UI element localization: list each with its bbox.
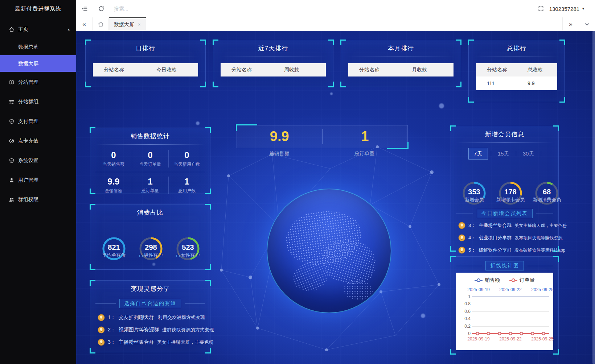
y-label: 0	[468, 331, 471, 336]
legend-item-sales[interactable]: 销售额	[475, 277, 500, 284]
columns-icon	[9, 79, 15, 85]
list-item: 5：破解软件分享群 发布破解软件等黑科技app	[458, 247, 553, 254]
chart-legend: 销售额 订单量	[456, 273, 553, 284]
ring-value: 68	[535, 188, 559, 196]
y-label: 0.2	[464, 324, 471, 329]
legend-orders-marker	[509, 280, 517, 281]
ring-new-paying-members: 68 新增消费会员	[535, 181, 559, 205]
total-orders-value: 1	[323, 125, 408, 148]
panel-sales-stats: 销售数据统计 0 当天销售额 0 当天订单量 0 当天新用户数 9.9	[90, 128, 210, 194]
item-name: 主播粉丝集合群	[119, 339, 154, 346]
data-point	[498, 332, 501, 335]
bulb-icon	[98, 314, 105, 321]
ring-label: 新增消费会员	[526, 197, 567, 203]
fullscreen-icon[interactable]	[533, 0, 549, 17]
total-orders-label: 总订单量	[322, 150, 407, 157]
user-icon	[9, 177, 15, 183]
y-label: 1	[468, 294, 471, 299]
sidebar-item-label: 支付管理	[18, 118, 38, 125]
ring-label: 平均单客价	[93, 252, 135, 258]
shield-check-icon	[9, 119, 15, 124]
x-tick-top: 2025-09-19	[467, 287, 489, 292]
top-header: 1302357281 ▼	[76, 0, 595, 18]
legend-item-orders[interactable]: 订单量	[509, 277, 535, 284]
sidebar-item-substation-mgmt[interactable]: 分站管理	[0, 73, 76, 91]
y-label: 0.4	[464, 316, 471, 321]
ring-value: 821	[102, 243, 126, 252]
ring-label: 占女性客户	[167, 252, 209, 258]
sidebar-item-substation-groups[interactable]: 分站群组	[0, 93, 76, 111]
tab-data-screen[interactable]: 数据大屏 ×	[109, 17, 146, 31]
ring-value: 523	[176, 243, 200, 252]
search-input[interactable]	[113, 5, 180, 12]
ring-male-ratio: 298 占男性客户	[139, 237, 163, 261]
total-sales-label: 总销售额	[237, 150, 322, 157]
item-desc: 进群获取资源的方式变现	[162, 327, 214, 333]
list-item: 4：创业项目分享群 发布项目变现等赚钱资源	[458, 234, 553, 241]
sidebar: 最新付费进群系统 主页 ▲ 数据总览 数据大屏 分站管理 分站群组	[0, 0, 76, 364]
item-name: 创业项目分享群	[479, 235, 512, 241]
sidebar-item-system-settings[interactable]: 系统设置	[0, 152, 76, 170]
sidebar-item-user-mgmt[interactable]: 用户管理	[0, 171, 76, 189]
collapse-sidebar-icon[interactable]	[76, 0, 93, 17]
sidebar-item-home[interactable]: 主页 ▲	[0, 20, 76, 38]
summary-bar: 9.9 1	[237, 125, 408, 148]
ring-new-card-members: 178 新增领卡会员	[498, 181, 522, 205]
y-label: 0.6	[464, 309, 471, 314]
circle-check-icon	[9, 138, 15, 144]
ring-new-members: 353 新增会员	[462, 181, 486, 205]
home-tab-icon[interactable]	[93, 17, 109, 31]
item-desc: 利用交友进群方式变现	[158, 314, 205, 321]
sidebar-item-label: 分站群组	[18, 99, 38, 105]
ring-label: 新增会员	[454, 197, 495, 203]
app-title: 最新付费进群系统	[0, 0, 76, 17]
sidebar-item-data-screen[interactable]: 数据大屏	[0, 55, 76, 72]
sidebar-item-card-recharge[interactable]: 点卡充值	[0, 132, 76, 150]
bulb-icon	[458, 247, 465, 254]
dashboard-scrollbar[interactable]	[592, 31, 595, 364]
sidebar-item-payment-mgmt[interactable]: 支付管理	[0, 112, 76, 131]
tabs-scroll-right-icon[interactable]: »	[562, 17, 579, 31]
item-name: 主播粉丝集合群	[479, 222, 512, 229]
bulb-icon	[458, 222, 465, 229]
inspiration-badge: 选择自己合适的赛道	[119, 299, 181, 308]
item-index: 3：	[108, 339, 116, 346]
data-point	[542, 332, 545, 335]
panel-total-ranking: 总排行 分站名称 总收款 111 9.9	[468, 40, 565, 102]
panel-line-chart: 折线统计图 销售额 订单量 2025-09-19 2025-09-22 2025…	[451, 256, 559, 354]
data-point	[476, 332, 479, 335]
sidebar-item-label: 系统设置	[18, 157, 38, 164]
ring-value: 298	[139, 243, 163, 252]
sidebar-item-label: 用户管理	[18, 177, 38, 183]
tabs-scroll-left-icon[interactable]: «	[76, 17, 93, 31]
x-tick-bottom: 2025-09-25	[531, 336, 553, 342]
shield-check-icon	[9, 158, 15, 164]
users-icon	[9, 197, 15, 203]
line-chart: 销售额 订单量 2025-09-19 2025-09-22 2025-09-25…	[456, 273, 553, 350]
bulb-icon	[98, 339, 105, 346]
item-index: 3：	[468, 222, 476, 229]
sidebar-item-data-overview[interactable]: 数据总览	[0, 38, 76, 55]
legend-label: 订单量	[520, 277, 535, 284]
item-index: 1：	[108, 314, 116, 321]
user-menu[interactable]: 1302357281 ▼	[549, 6, 585, 12]
y-label: 0.8	[464, 301, 471, 306]
home-icon	[9, 26, 15, 32]
list-item: 3：主播粉丝集合群 美女主播聊天群，主要色粉	[458, 222, 553, 229]
panel-consumption-ratio: 消费占比 821 平均单客价 298 占男性客户	[90, 204, 210, 270]
sidebar-item-label: 分站管理	[18, 79, 38, 86]
data-point	[520, 332, 523, 335]
sidebar-item-group-permissions[interactable]: 群组权限	[0, 191, 76, 209]
x-tick-bottom: 2025-09-22	[499, 336, 521, 342]
item-desc: 美女主播聊天群，主要色粉	[514, 223, 567, 229]
sidebar-item-label: 主页	[18, 26, 28, 33]
item-name: 交友扩列聊天群	[119, 314, 154, 321]
tabs-menu-icon[interactable]	[579, 17, 595, 31]
list-item: 2：视频图片等资源群 进群获取资源的方式变现	[98, 326, 205, 334]
dashboard: 日排行 分站名称 今日收款 近7天排行 分站名称 周收款 本月排行 分站名称 月…	[76, 31, 595, 364]
sidebar-item-label: 群组权限	[18, 197, 38, 203]
close-icon[interactable]: ×	[138, 22, 141, 27]
sliders-icon	[9, 99, 15, 105]
x-tick-top: 2025-09-22	[499, 287, 521, 292]
refresh-icon[interactable]	[93, 0, 110, 17]
